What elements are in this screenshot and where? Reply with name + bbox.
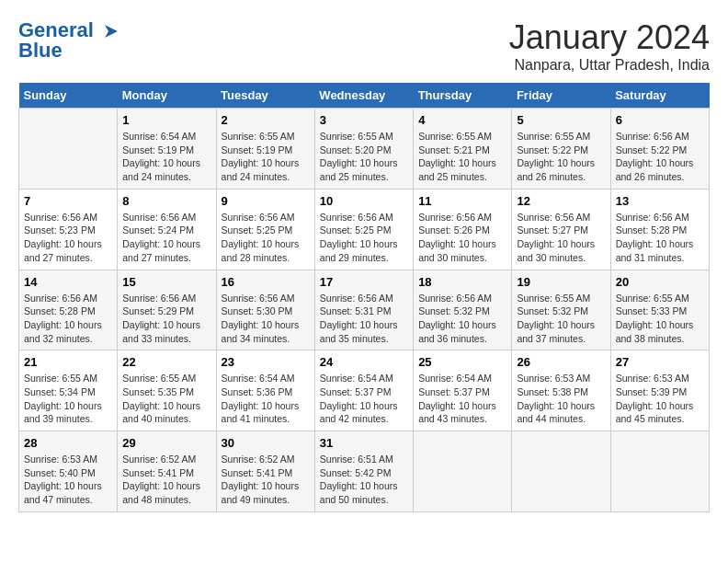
header-wednesday: Wednesday bbox=[314, 83, 413, 109]
day-number: 3 bbox=[320, 113, 408, 127]
week-row-4: 21Sunrise: 6:55 AMSunset: 5:34 PMDayligh… bbox=[19, 350, 710, 431]
day-number: 27 bbox=[616, 355, 704, 369]
day-info: Sunrise: 6:56 AMSunset: 5:31 PMDaylight:… bbox=[320, 292, 408, 346]
day-number: 12 bbox=[517, 194, 605, 208]
day-number: 25 bbox=[418, 355, 506, 369]
day-number: 17 bbox=[320, 275, 408, 289]
day-cell: 12Sunrise: 6:56 AMSunset: 5:27 PMDayligh… bbox=[512, 189, 610, 270]
day-info: Sunrise: 6:53 AMSunset: 5:40 PMDaylight:… bbox=[24, 453, 112, 507]
header: General Blue January 2024 Nanpara, Uttar… bbox=[18, 18, 710, 74]
day-number: 15 bbox=[122, 275, 210, 289]
header-row: SundayMondayTuesdayWednesdayThursdayFrid… bbox=[19, 83, 710, 109]
day-cell: 11Sunrise: 6:56 AMSunset: 5:26 PMDayligh… bbox=[414, 189, 512, 270]
day-number: 20 bbox=[616, 275, 704, 289]
day-cell: 14Sunrise: 6:56 AMSunset: 5:28 PMDayligh… bbox=[19, 270, 118, 350]
day-number: 26 bbox=[517, 355, 605, 369]
logo-arrow-icon bbox=[101, 21, 121, 41]
day-cell: 3Sunrise: 6:55 AMSunset: 5:20 PMDaylight… bbox=[314, 109, 413, 190]
day-cell: 24Sunrise: 6:54 AMSunset: 5:37 PMDayligh… bbox=[314, 350, 413, 431]
day-number: 4 bbox=[418, 113, 506, 127]
day-info: Sunrise: 6:56 AMSunset: 5:32 PMDaylight:… bbox=[418, 292, 506, 346]
day-cell: 1Sunrise: 6:54 AMSunset: 5:19 PMDaylight… bbox=[118, 109, 216, 190]
day-info: Sunrise: 6:53 AMSunset: 5:38 PMDaylight:… bbox=[517, 372, 605, 426]
day-info: Sunrise: 6:51 AMSunset: 5:42 PMDaylight:… bbox=[320, 453, 408, 507]
day-info: Sunrise: 6:56 AMSunset: 5:22 PMDaylight:… bbox=[616, 130, 704, 184]
header-saturday: Saturday bbox=[610, 83, 709, 109]
header-friday: Friday bbox=[512, 83, 610, 109]
day-info: Sunrise: 6:56 AMSunset: 5:29 PMDaylight:… bbox=[122, 292, 210, 346]
day-number: 31 bbox=[320, 436, 408, 450]
day-number: 8 bbox=[122, 194, 210, 208]
day-cell: 9Sunrise: 6:56 AMSunset: 5:25 PMDaylight… bbox=[216, 189, 314, 270]
day-info: Sunrise: 6:55 AMSunset: 5:21 PMDaylight:… bbox=[418, 130, 506, 184]
day-cell: 5Sunrise: 6:55 AMSunset: 5:22 PMDaylight… bbox=[512, 109, 610, 190]
day-info: Sunrise: 6:55 AMSunset: 5:35 PMDaylight:… bbox=[122, 372, 210, 426]
day-cell bbox=[414, 431, 512, 512]
day-cell: 25Sunrise: 6:54 AMSunset: 5:37 PMDayligh… bbox=[414, 350, 512, 431]
day-cell: 26Sunrise: 6:53 AMSunset: 5:38 PMDayligh… bbox=[512, 350, 610, 431]
day-cell: 4Sunrise: 6:55 AMSunset: 5:21 PMDaylight… bbox=[414, 109, 512, 190]
day-info: Sunrise: 6:54 AMSunset: 5:37 PMDaylight:… bbox=[320, 372, 408, 426]
day-cell: 27Sunrise: 6:53 AMSunset: 5:39 PMDayligh… bbox=[610, 350, 709, 431]
day-number: 21 bbox=[24, 355, 112, 369]
day-info: Sunrise: 6:56 AMSunset: 5:23 PMDaylight:… bbox=[24, 211, 112, 265]
day-number: 30 bbox=[222, 436, 310, 450]
day-number: 29 bbox=[122, 436, 210, 450]
day-cell: 28Sunrise: 6:53 AMSunset: 5:40 PMDayligh… bbox=[19, 431, 118, 512]
header-tuesday: Tuesday bbox=[216, 83, 314, 109]
day-number: 22 bbox=[122, 355, 210, 369]
day-info: Sunrise: 6:56 AMSunset: 5:26 PMDaylight:… bbox=[418, 211, 506, 265]
day-cell: 21Sunrise: 6:55 AMSunset: 5:34 PMDayligh… bbox=[19, 350, 118, 431]
day-number: 9 bbox=[222, 194, 310, 208]
day-info: Sunrise: 6:55 AMSunset: 5:34 PMDaylight:… bbox=[24, 372, 112, 426]
header-thursday: Thursday bbox=[414, 83, 512, 109]
day-info: Sunrise: 6:53 AMSunset: 5:39 PMDaylight:… bbox=[616, 372, 704, 426]
day-info: Sunrise: 6:52 AMSunset: 5:41 PMDaylight:… bbox=[222, 453, 310, 507]
day-cell: 30Sunrise: 6:52 AMSunset: 5:41 PMDayligh… bbox=[216, 431, 314, 512]
day-info: Sunrise: 6:56 AMSunset: 5:27 PMDaylight:… bbox=[517, 211, 605, 265]
day-cell: 8Sunrise: 6:56 AMSunset: 5:24 PMDaylight… bbox=[118, 189, 216, 270]
day-number: 11 bbox=[418, 194, 506, 208]
day-cell: 10Sunrise: 6:56 AMSunset: 5:25 PMDayligh… bbox=[314, 189, 413, 270]
calendar-table: SundayMondayTuesdayWednesdayThursdayFrid… bbox=[18, 83, 710, 512]
day-cell: 31Sunrise: 6:51 AMSunset: 5:42 PMDayligh… bbox=[314, 431, 413, 512]
header-sunday: Sunday bbox=[19, 83, 118, 109]
day-number: 28 bbox=[24, 436, 112, 450]
day-info: Sunrise: 6:55 AMSunset: 5:33 PMDaylight:… bbox=[616, 292, 704, 346]
day-number: 24 bbox=[320, 355, 408, 369]
day-cell: 20Sunrise: 6:55 AMSunset: 5:33 PMDayligh… bbox=[610, 270, 709, 350]
day-info: Sunrise: 6:56 AMSunset: 5:25 PMDaylight:… bbox=[222, 211, 310, 265]
day-cell: 17Sunrise: 6:56 AMSunset: 5:31 PMDayligh… bbox=[314, 270, 413, 350]
day-number: 14 bbox=[24, 275, 112, 289]
day-cell: 23Sunrise: 6:54 AMSunset: 5:36 PMDayligh… bbox=[216, 350, 314, 431]
day-info: Sunrise: 6:55 AMSunset: 5:32 PMDaylight:… bbox=[517, 292, 605, 346]
week-row-2: 7Sunrise: 6:56 AMSunset: 5:23 PMDaylight… bbox=[19, 189, 710, 270]
day-info: Sunrise: 6:56 AMSunset: 5:24 PMDaylight:… bbox=[122, 211, 210, 265]
day-cell: 19Sunrise: 6:55 AMSunset: 5:32 PMDayligh… bbox=[512, 270, 610, 350]
day-info: Sunrise: 6:56 AMSunset: 5:28 PMDaylight:… bbox=[616, 211, 704, 265]
day-info: Sunrise: 6:56 AMSunset: 5:25 PMDaylight:… bbox=[320, 211, 408, 265]
day-number: 2 bbox=[222, 113, 310, 127]
day-info: Sunrise: 6:55 AMSunset: 5:19 PMDaylight:… bbox=[222, 130, 310, 184]
day-info: Sunrise: 6:54 AMSunset: 5:37 PMDaylight:… bbox=[418, 372, 506, 426]
day-number: 16 bbox=[222, 275, 310, 289]
day-number: 6 bbox=[616, 113, 704, 127]
week-row-1: 1Sunrise: 6:54 AMSunset: 5:19 PMDaylight… bbox=[19, 109, 710, 190]
main-title: January 2024 bbox=[509, 18, 710, 57]
svg-marker-0 bbox=[105, 25, 118, 38]
day-cell: 2Sunrise: 6:55 AMSunset: 5:19 PMDaylight… bbox=[216, 109, 314, 190]
day-cell: 22Sunrise: 6:55 AMSunset: 5:35 PMDayligh… bbox=[118, 350, 216, 431]
day-cell bbox=[610, 431, 709, 512]
day-number: 10 bbox=[320, 194, 408, 208]
day-cell bbox=[512, 431, 610, 512]
day-number: 23 bbox=[222, 355, 310, 369]
day-number: 7 bbox=[24, 194, 112, 208]
day-cell bbox=[19, 109, 118, 190]
day-cell: 16Sunrise: 6:56 AMSunset: 5:30 PMDayligh… bbox=[216, 270, 314, 350]
day-cell: 7Sunrise: 6:56 AMSunset: 5:23 PMDaylight… bbox=[19, 189, 118, 270]
title-block: January 2024 Nanpara, Uttar Pradesh, Ind… bbox=[509, 18, 710, 74]
week-row-3: 14Sunrise: 6:56 AMSunset: 5:28 PMDayligh… bbox=[19, 270, 710, 350]
day-info: Sunrise: 6:52 AMSunset: 5:41 PMDaylight:… bbox=[122, 453, 210, 507]
subtitle: Nanpara, Uttar Pradesh, India bbox=[509, 57, 710, 74]
day-info: Sunrise: 6:55 AMSunset: 5:22 PMDaylight:… bbox=[517, 130, 605, 184]
